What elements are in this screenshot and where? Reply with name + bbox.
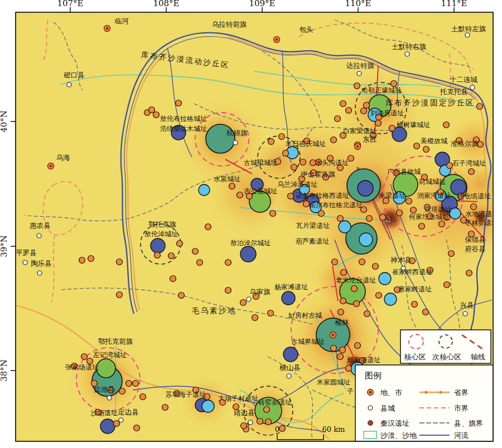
scale-max-label: 60 km <box>322 425 345 434</box>
cyan-site-marker <box>199 184 210 196</box>
orange-site-marker <box>340 347 346 353</box>
orange-site-marker <box>225 288 231 294</box>
map-label-site: 苏坝海子遗址 <box>166 391 206 398</box>
map-label-site: 敖伦布拉格城址 <box>160 115 207 123</box>
map-label-site: 诺尔布拉格北遗址 <box>309 201 363 209</box>
lat-tick-39: 39°N <box>0 235 9 257</box>
orange-site-marker <box>237 192 243 198</box>
scale-zero-label: 0 <box>275 425 279 434</box>
orange-site-marker <box>177 241 183 247</box>
county-site-marker <box>67 82 71 87</box>
map-label-county: 达拉特旗 <box>346 61 374 70</box>
cyan-site-marker <box>450 208 461 219</box>
map-label-site: 水泉城址 <box>214 175 240 183</box>
map-label-city: 临河 <box>115 17 129 25</box>
county-site-marker <box>357 71 361 76</box>
orange-site-marker <box>447 163 453 169</box>
city-marker-core <box>332 334 334 336</box>
map-label-site: 诺尔布拉格西遗址 <box>296 192 349 199</box>
orange-site-marker <box>423 309 429 315</box>
map-label-site: 浩绕柴达木城址 <box>160 125 207 133</box>
county-site-marker <box>119 418 123 422</box>
orange-site-marker <box>364 103 370 109</box>
map-label-region: 毛乌素沙地 <box>191 306 236 315</box>
orange-site-marker <box>279 426 286 432</box>
orange-site-marker <box>205 224 211 230</box>
map-label-region: 库布齐沙漠固定沙丘区 <box>385 98 475 107</box>
map-label-site: 郑家渠遗址 <box>347 356 380 364</box>
orange-site-marker <box>411 207 417 213</box>
orange-site-marker <box>423 147 429 153</box>
orange-site-marker <box>439 221 445 227</box>
orange-site-marker <box>264 407 270 413</box>
map-label-site: 张家场遗址 <box>65 363 99 371</box>
orange-site-marker <box>332 259 338 265</box>
orange-site-marker <box>373 264 379 270</box>
orange-site-marker <box>375 120 382 126</box>
county-site-marker <box>470 85 475 90</box>
map-label-site: 砖窑峁遗址 <box>258 398 292 406</box>
orange-site-marker <box>361 108 367 114</box>
orange-site-marker <box>341 270 347 276</box>
legend-title: 图例 <box>365 371 382 381</box>
orange-site-marker <box>79 257 85 264</box>
orange-site-marker <box>412 301 418 308</box>
orange-site-marker <box>471 204 477 210</box>
county-site-marker <box>247 297 251 301</box>
orange-site-marker <box>288 193 294 199</box>
navy-site-marker <box>240 246 256 262</box>
orange-site-marker <box>178 293 185 299</box>
city-marker-core <box>106 27 108 30</box>
orange-site-marker <box>346 366 352 372</box>
map-label-site: 吉公庙城址 <box>244 187 277 195</box>
map-label-site: 左记湾城址 <box>93 351 127 359</box>
orange-site-marker <box>337 354 344 360</box>
map-label-county: 兴县 <box>460 301 474 309</box>
map-label-site: 敖伦淖城址 <box>144 230 178 238</box>
map-label-site: 刘油房遗址 <box>370 109 404 117</box>
navy-site-marker <box>282 291 295 305</box>
legend-bannerboundary-label: 县、旗界 <box>454 419 483 427</box>
orange-site-marker <box>389 125 395 132</box>
orange-site-marker <box>229 183 235 189</box>
orange-site-marker <box>331 345 337 352</box>
county-site-marker <box>465 33 470 37</box>
map-label-county: 准格尔旗 <box>451 139 479 148</box>
map-label-site: 老米圪台遗址 <box>336 276 376 284</box>
orange-site-marker <box>397 210 403 216</box>
legend-river-label: 河流 <box>454 431 469 440</box>
orange-site-marker <box>406 198 412 204</box>
map-label-site: 敖泊淖尔城址 <box>230 239 271 247</box>
map-label-city: 榆林 <box>335 318 350 327</box>
map-label-county: 杭锦旗 <box>226 129 248 137</box>
legend-core-box: 核心区 次核心区 轴线 <box>400 330 491 363</box>
map-label-site: 大场子村遗址 <box>218 395 258 402</box>
legend-county-label: 县城 <box>380 404 395 412</box>
map-label-site: 米家园城址 <box>317 378 350 386</box>
city-marker-core <box>276 38 278 41</box>
orange-site-marker <box>266 419 272 425</box>
legend-subcore-label: 次核心区 <box>432 353 461 361</box>
county-site-marker <box>37 271 42 275</box>
orange-site-marker <box>133 381 139 387</box>
navy-site-marker <box>283 347 298 362</box>
map-label-county: 府谷县 <box>465 245 486 253</box>
map-label-county: 盐池县 <box>94 385 115 393</box>
orange-site-marker <box>197 260 203 266</box>
orange-site-marker <box>126 381 132 387</box>
desert-area-icon <box>364 431 376 439</box>
orange-site-marker <box>168 253 175 259</box>
map-label-county: 靖边县 <box>233 408 255 417</box>
legend-site-label: 秦汉遗址 <box>380 419 409 427</box>
orange-site-marker <box>140 394 146 400</box>
orange-site-marker <box>192 249 199 255</box>
map-label-site: 美稷故城 <box>421 137 447 145</box>
map-label-county: 乌拉特前旗 <box>212 20 247 28</box>
map-label-county: 神木县 <box>390 256 412 264</box>
county-town-icon <box>368 406 373 410</box>
green-site-marker <box>96 359 115 378</box>
map-label-site: 古城界城址 <box>291 338 325 345</box>
orange-site-marker <box>283 150 289 157</box>
orange-site-marker <box>331 137 337 143</box>
map-label-site: 前城城址 <box>419 178 446 186</box>
